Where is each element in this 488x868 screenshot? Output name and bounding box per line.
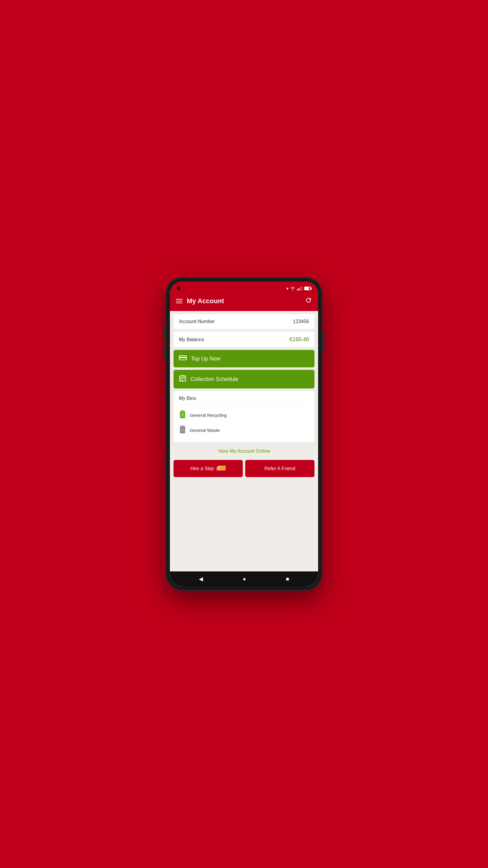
nav-back-button[interactable]: ◀	[196, 573, 205, 585]
svg-rect-7	[182, 378, 183, 379]
wifi-icon-svg	[290, 286, 295, 290]
svg-rect-11	[181, 410, 185, 411]
svg-rect-1	[179, 357, 187, 358]
nav-bar: ◀ ● ■	[170, 571, 318, 587]
calendar-icon	[179, 375, 186, 384]
collection-schedule-button[interactable]: Collection Schedule	[173, 370, 315, 389]
content-spacer	[170, 483, 318, 568]
balance-value: €160.40	[290, 336, 309, 343]
balance-label: My Balance	[179, 337, 204, 342]
home-icon: ●	[243, 576, 246, 582]
balance-row: My Balance €160.40	[179, 336, 309, 343]
collection-schedule-label: Collection Schedule	[190, 376, 238, 382]
nav-recent-button[interactable]: ■	[284, 574, 292, 585]
bin-item-waste: General Waste	[179, 423, 309, 438]
grey-bin-icon	[179, 425, 186, 435]
hire-skip-label: Hire a Skip	[190, 466, 214, 471]
svg-rect-6	[181, 378, 181, 379]
power-button[interactable]	[322, 332, 324, 352]
bins-card: My Bins General Recycling	[173, 391, 315, 442]
refer-friend-label: Refer A Friend	[264, 466, 295, 471]
bin-item-recycling: General Recycling	[179, 407, 309, 423]
recycling-label: General Recycling	[190, 412, 227, 418]
svg-rect-23	[218, 467, 219, 468]
top-up-label: Top Up Now	[191, 355, 221, 362]
account-number-label: Account Number	[179, 319, 215, 324]
refresh-button[interactable]	[305, 297, 312, 306]
svg-rect-16	[181, 426, 185, 426]
signal-icon	[297, 286, 302, 290]
phone-device: ▾ My A	[166, 277, 322, 591]
recent-icon: ■	[286, 576, 289, 582]
svg-rect-19	[182, 428, 183, 432]
svg-rect-20	[183, 428, 184, 432]
menu-button[interactable]	[176, 299, 183, 303]
svg-rect-13	[181, 412, 182, 417]
header-left: My Account	[176, 297, 224, 305]
svg-rect-18	[181, 428, 182, 432]
status-icons: ▾	[287, 286, 311, 291]
vol-up-button[interactable]	[164, 326, 166, 341]
view-account-link[interactable]: View My Account Online	[170, 445, 318, 458]
vol-down-button[interactable]	[164, 344, 166, 359]
back-icon: ◀	[199, 576, 203, 582]
wifi-icon: ▾	[287, 286, 289, 291]
refer-friend-button[interactable]: Refer A Friend	[245, 460, 315, 477]
page-title: My Account	[187, 297, 224, 305]
svg-rect-15	[183, 412, 184, 417]
svg-rect-8	[184, 378, 185, 379]
hire-skip-button[interactable]: Hire a Skip	[173, 460, 243, 477]
top-up-button[interactable]: Top Up Now	[173, 350, 315, 367]
camera-dot	[177, 287, 180, 290]
account-number-card: Account Number 123456	[173, 314, 315, 329]
view-account-text: View My Account Online	[218, 448, 270, 454]
balance-card: My Balance €160.40	[173, 332, 315, 347]
credit-card-icon	[179, 355, 187, 363]
main-content: Account Number 123456 My Balance €160.40	[170, 311, 318, 571]
account-number-value: 123456	[293, 319, 309, 324]
bottom-buttons: Hire a Skip Refer A Friend	[173, 460, 315, 480]
phone-screen: ▾ My A	[170, 281, 318, 587]
battery-icon	[304, 287, 311, 290]
app-header: My Account	[170, 293, 318, 311]
account-number-row: Account Number 123456	[179, 319, 309, 324]
svg-rect-14	[182, 412, 183, 417]
green-bin-icon	[179, 410, 186, 420]
svg-rect-9	[181, 380, 181, 381]
svg-rect-10	[182, 380, 183, 381]
bins-title: My Bins	[179, 396, 309, 404]
waste-label: General Waste	[190, 428, 220, 433]
nav-home-button[interactable]: ●	[240, 574, 249, 585]
skip-icon	[216, 465, 226, 472]
status-bar: ▾	[170, 281, 318, 293]
